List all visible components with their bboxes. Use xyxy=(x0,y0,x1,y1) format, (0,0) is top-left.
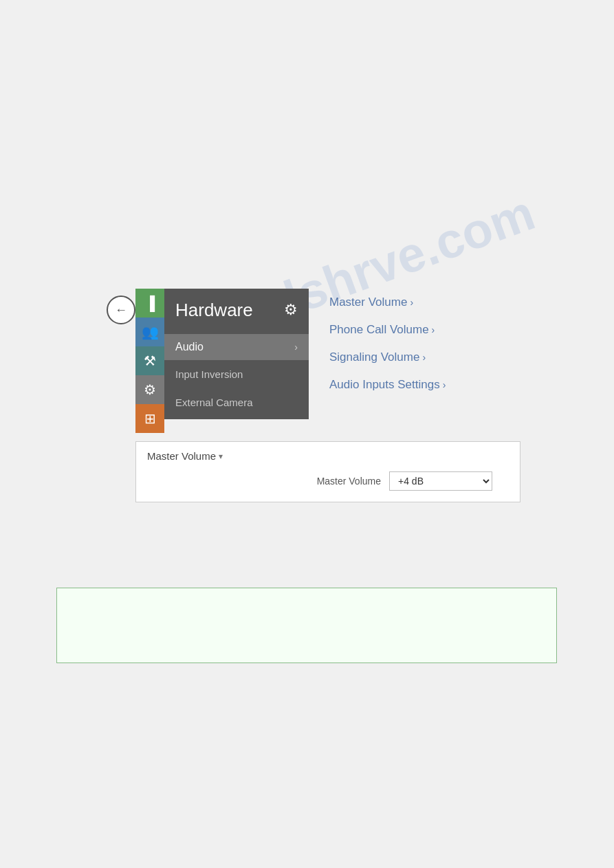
master-volume-panel-header[interactable]: Master Volume ▾ xyxy=(147,450,506,462)
sidebar-item-grid[interactable]: ⊞ xyxy=(135,404,164,433)
audio-inputs-settings-chevron-icon: › xyxy=(443,379,446,390)
back-arrow-icon: ← xyxy=(115,304,127,316)
stats-icon: ▐ xyxy=(145,296,155,311)
menu-item-input-inversion[interactable]: Input Inversion xyxy=(164,360,309,388)
audio-inputs-settings-link-label: Audio Inputs Settings xyxy=(329,378,440,392)
signaling-volume-link-label: Signaling Volume xyxy=(329,350,419,364)
right-content: Master Volume › Phone Call Volume › Sign… xyxy=(329,296,481,392)
sidebar: ▐ 👥 ⚒ ⚙ ⊞ xyxy=(135,289,164,433)
link-master-volume[interactable]: Master Volume › xyxy=(329,296,481,309)
sidebar-item-users[interactable]: 👥 xyxy=(135,318,164,346)
tools-icon: ⚒ xyxy=(144,353,156,369)
page-title: Hardware xyxy=(175,300,277,321)
menu-item-input-inversion-label: Input Inversion xyxy=(175,368,243,380)
menu-item-audio[interactable]: Audio › xyxy=(164,334,309,360)
grid-icon: ⊞ xyxy=(144,410,156,427)
back-button[interactable]: ← xyxy=(107,296,135,324)
sidebar-item-settings[interactable]: ⚙ xyxy=(135,375,164,404)
top-area: ← ▐ 👥 ⚒ ⚙ ⊞ xyxy=(107,289,520,433)
link-phone-call-volume[interactable]: Phone Call Volume › xyxy=(329,323,481,337)
master-volume-panel: Master Volume ▾ Master Volume -10 dB -6 … xyxy=(135,441,520,502)
users-icon: 👥 xyxy=(142,324,159,340)
phone-call-volume-chevron-icon: › xyxy=(432,324,435,335)
phone-call-volume-link-label: Phone Call Volume xyxy=(329,323,429,337)
ui-container: ← ▐ 👥 ⚒ ⚙ ⊞ xyxy=(107,289,520,502)
header-menu-column: Hardware ⚙ Audio › Input Inversion Exter… xyxy=(164,289,309,419)
master-volume-chevron-icon: › xyxy=(410,297,413,308)
dropdown-menu: Audio › Input Inversion External Camera xyxy=(164,331,309,419)
bottom-box xyxy=(56,588,557,663)
master-volume-link-label: Master Volume xyxy=(329,296,407,309)
master-volume-panel-title: Master Volume xyxy=(147,450,216,462)
link-signaling-volume[interactable]: Signaling Volume › xyxy=(329,350,481,364)
menu-item-audio-label: Audio xyxy=(175,341,204,353)
master-volume-collapse-icon: ▾ xyxy=(219,452,223,461)
menu-item-external-camera[interactable]: External Camera xyxy=(164,388,309,416)
master-volume-field-label: Master Volume xyxy=(317,476,381,487)
master-volume-row: Master Volume -10 dB -6 dB 0 dB +4 dB +1… xyxy=(147,471,506,491)
signaling-volume-chevron-icon: › xyxy=(422,352,426,363)
menu-item-external-camera-label: External Camera xyxy=(175,397,253,408)
link-audio-inputs-settings[interactable]: Audio Inputs Settings › xyxy=(329,378,481,392)
audio-chevron-icon: › xyxy=(294,342,298,353)
gear-icon[interactable]: ⚙ xyxy=(284,301,298,319)
settings-icon: ⚙ xyxy=(144,381,156,398)
master-volume-select[interactable]: -10 dB -6 dB 0 dB +4 dB +10 dB +14 dB xyxy=(389,471,492,491)
header-bar: Hardware ⚙ xyxy=(164,289,309,331)
main-panel: ▐ 👥 ⚒ ⚙ ⊞ Hardware xyxy=(135,289,481,433)
sidebar-item-tools[interactable]: ⚒ xyxy=(135,346,164,375)
sidebar-item-stats[interactable]: ▐ xyxy=(135,289,164,318)
